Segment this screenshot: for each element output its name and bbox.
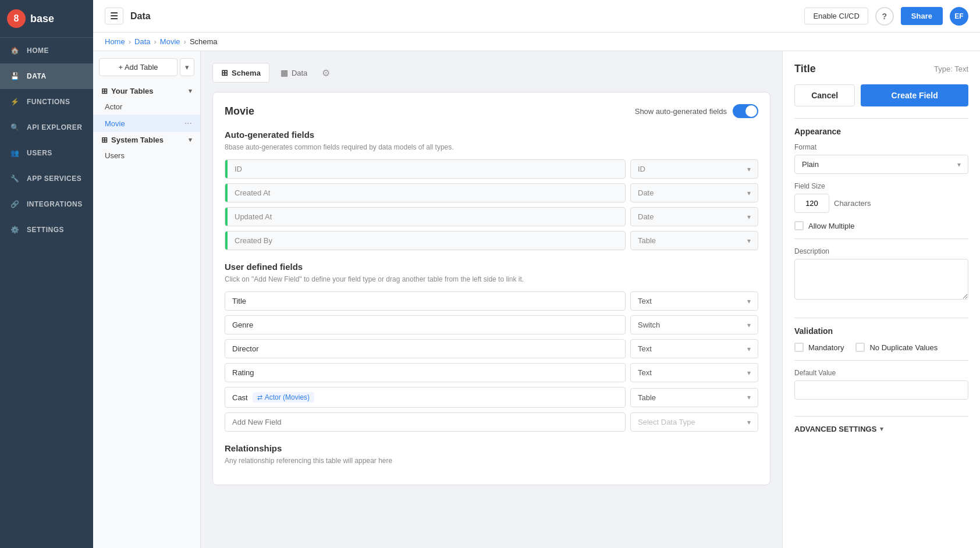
sidebar-item-data[interactable]: 💾 DATA <box>0 63 93 89</box>
user-field-director-type-text: Text <box>638 344 652 353</box>
avatar: EF <box>950 7 968 26</box>
data-tab-icon: ▦ <box>280 68 288 77</box>
allow-multiple-row: Allow Multiple <box>794 221 968 230</box>
integrations-icon: 🔗 <box>9 198 21 210</box>
sidebar-item-home[interactable]: 🏠 HOME <box>0 38 93 63</box>
user-defined-title: User defined fields <box>225 262 758 272</box>
tab-schema[interactable]: ⊞ Schema <box>212 63 269 83</box>
menu-button[interactable]: ☰ <box>105 8 123 24</box>
sidebar-item-integrations[interactable]: 🔗 INTEGRATIONS <box>0 191 93 217</box>
auto-field-updated-at-name: Updated At <box>225 207 626 226</box>
auto-generated-toggle[interactable] <box>733 104 758 118</box>
auto-field-id-text: ID <box>228 160 249 178</box>
user-field-genre-name[interactable]: Genre <box>225 315 626 335</box>
auto-field-created-by-type: Table ▾ <box>630 231 758 250</box>
user-field-genre-type[interactable]: Switch ▾ <box>630 315 758 335</box>
sidebar-item-settings[interactable]: ⚙️ SETTINGS <box>0 217 93 243</box>
enable-ci-cd-button[interactable]: Enable CI/CD <box>804 8 868 24</box>
tab-bar: ⊞ Schema ▦ Data ⚙ <box>212 63 770 83</box>
chevron-down-icon: ▾ <box>747 369 751 377</box>
actor-link-icon: ⇄ <box>257 394 262 401</box>
select-data-type-dropdown[interactable]: Select Data Type ▾ <box>630 412 758 432</box>
show-auto-generated-label: Show auto-generated fields <box>635 107 727 116</box>
create-field-button[interactable]: Create Field <box>861 84 968 106</box>
chevron-down-icon: ▾ <box>747 165 751 173</box>
breadcrumb-movie[interactable]: Movie <box>160 37 180 46</box>
your-tables-label: Your Tables <box>111 87 153 95</box>
table-item-options[interactable]: ··· <box>184 118 192 129</box>
sidebar-item-api-explorer[interactable]: 🔍 API EXPLORER <box>0 115 93 140</box>
auto-field-created-at-text: Created At <box>228 184 277 202</box>
auto-field-id-type: ID ▾ <box>630 159 758 179</box>
auto-field-created-at-type-text: Date <box>638 188 654 197</box>
sidebar-item-users[interactable]: 👥 USERS <box>0 140 93 166</box>
sidebar-item-label: APP SERVICES <box>27 175 81 183</box>
table-item-movie[interactable]: Movie ··· <box>93 115 200 132</box>
your-tables-header[interactable]: ⊞ Your Tables ▾ <box>93 83 200 99</box>
field-size-input[interactable] <box>794 194 829 213</box>
advanced-settings-toggle[interactable]: ADVANCED SETTINGS ▾ <box>794 425 968 433</box>
sidebar-item-label: DATA <box>27 72 47 80</box>
schema-settings-icon[interactable]: ⚙ <box>322 67 330 79</box>
auto-field-updated-at-type-text: Date <box>638 212 654 221</box>
sidebar-item-label: HOME <box>27 47 49 55</box>
chevron-down-icon: ▾ <box>747 321 751 329</box>
field-size-label: Field Size <box>794 182 968 190</box>
chevron-down-icon: ▾ <box>747 213 751 221</box>
schema-table-name: Movie <box>225 105 254 118</box>
user-field-title-text: Title <box>232 297 246 305</box>
right-panel-title: Title <box>794 63 816 75</box>
sidebar-item-functions[interactable]: ⚡ FUNCTIONS <box>0 89 93 115</box>
add-table-button[interactable]: + Add Table <box>99 58 177 76</box>
user-field-rating: Rating Text ▾ <box>225 363 758 382</box>
appearance-section-label: Appearance <box>794 127 968 136</box>
divider-4 <box>794 360 968 361</box>
table-item-actor[interactable]: Actor <box>93 99 200 115</box>
user-field-cast-type[interactable]: Table ▾ <box>630 388 758 407</box>
default-value-label: Default Value <box>794 369 968 377</box>
share-button[interactable]: Share <box>901 7 943 25</box>
breadcrumb-home[interactable]: Home <box>105 37 125 46</box>
user-field-title-type[interactable]: Text ▾ <box>630 291 758 311</box>
user-field-director-name[interactable]: Director <box>225 339 626 358</box>
add-table-arrow-button[interactable]: ▾ <box>180 58 194 76</box>
breadcrumb-sep-1: › <box>129 37 131 46</box>
breadcrumb-data[interactable]: Data <box>134 37 150 46</box>
sidebar-item-app-services[interactable]: 🔧 APP SERVICES <box>0 166 93 191</box>
default-value-input[interactable] <box>794 380 968 400</box>
system-tables-label: System Tables <box>111 136 164 144</box>
add-new-field-input[interactable] <box>225 412 626 432</box>
allow-multiple-checkbox[interactable] <box>794 221 804 230</box>
help-button[interactable]: ? <box>875 7 894 26</box>
schema-tab-icon: ⊞ <box>221 68 228 77</box>
create-field-btn-row: Cancel Create Field <box>794 84 968 106</box>
user-field-rating-name[interactable]: Rating <box>225 363 626 382</box>
description-textarea[interactable] <box>794 259 968 300</box>
system-tables-header[interactable]: ⊞ System Tables ▾ <box>93 132 200 148</box>
auto-field-created-by: Created By Table ▾ <box>225 231 758 250</box>
auto-generated-toggle-row: Show auto-generated fields <box>635 104 758 118</box>
left-panel: + Add Table ▾ ⊞ Your Tables ▾ Actor Movi… <box>93 51 201 548</box>
auto-field-id-name: ID <box>225 159 626 179</box>
user-field-title-name[interactable]: Title <box>225 291 626 311</box>
chevron-down-icon: ▾ <box>747 418 751 426</box>
chevron-down-icon: ▾ <box>747 237 751 245</box>
tab-data[interactable]: ▦ Data <box>272 63 316 83</box>
format-select[interactable]: Plain ▾ <box>794 155 968 174</box>
table-item-users[interactable]: Users <box>93 148 200 163</box>
add-table-row: + Add Table ▾ <box>93 58 200 83</box>
table-item-label: Actor <box>105 102 122 111</box>
sidebar-item-label: INTEGRATIONS <box>27 200 83 208</box>
sidebar-item-label: SETTINGS <box>27 226 64 234</box>
cancel-button[interactable]: Cancel <box>794 84 855 106</box>
user-field-rating-type[interactable]: Text ▾ <box>630 363 758 382</box>
users-icon: 👥 <box>9 147 21 159</box>
header: ☰ Data Enable CI/CD ? Share EF <box>93 0 980 33</box>
user-field-cast-name[interactable]: Cast ⇄ Actor (Movies) <box>225 387 626 408</box>
mandatory-checkbox[interactable] <box>794 343 804 352</box>
user-field-director-type[interactable]: Text ▾ <box>630 339 758 358</box>
auto-field-updated-at-text: Updated At <box>228 208 279 226</box>
sidebar: 8 base 🏠 HOME 💾 DATA ⚡ FUNCTIONS 🔍 API E… <box>0 0 93 548</box>
auto-field-created-at-type: Date ▾ <box>630 183 758 202</box>
no-duplicate-checkbox[interactable] <box>855 343 865 352</box>
